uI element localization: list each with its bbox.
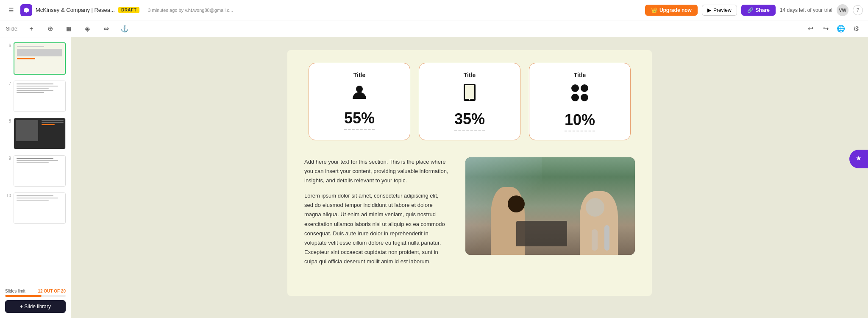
- undo-button[interactable]: ↩: [804, 23, 816, 35]
- slide-thumb-10[interactable]: 10: [3, 191, 67, 226]
- stat-value-2: 35%: [454, 110, 485, 131]
- svg-point-0: [356, 86, 363, 92]
- slide-thumb-6[interactable]: 6: [3, 41, 67, 76]
- slides-limit-count: 12 OUT OF 20: [38, 289, 66, 293]
- svg-point-3: [469, 99, 470, 100]
- draft-badge: DRAFT: [118, 7, 139, 13]
- menu-icon[interactable]: ☰: [5, 4, 17, 16]
- preview-button[interactable]: ▶ Preview: [702, 5, 737, 16]
- person-icon: [319, 84, 400, 104]
- play-icon: ▶: [707, 7, 711, 13]
- content-row: Add here your text for this section. Thi…: [304, 157, 635, 272]
- magic-tool-button[interactable]: ◈: [81, 23, 93, 35]
- slide-label: Slide:: [6, 26, 19, 32]
- help-button[interactable]: ?: [853, 5, 863, 15]
- slides-progress-bar: [5, 295, 66, 297]
- slide-number-6: 6: [5, 43, 11, 48]
- upgrade-button[interactable]: 👑 Upgrade now: [645, 5, 698, 16]
- slide-thumb-9[interactable]: 9: [3, 153, 67, 188]
- share-button[interactable]: 🔗 Share: [741, 5, 776, 16]
- resize-tool-button[interactable]: ⇔: [100, 23, 112, 35]
- slide-number-10: 10: [5, 193, 11, 198]
- slide-number-9: 9: [5, 156, 11, 161]
- tablet-icon: [429, 84, 510, 105]
- slide-canvas: Title 55% Title: [287, 50, 652, 296]
- slides-limit-header: Slides limit 12 OUT OF 20: [5, 289, 66, 293]
- stat-card-2: Title 35%: [419, 63, 520, 140]
- document-title: McKinsey & Company | Resea...: [36, 7, 115, 13]
- slides-limit-label: Slides limit: [5, 289, 25, 293]
- content-text: Add here your text for this section. Thi…: [304, 157, 448, 272]
- navbar-right: 👑 Upgrade now ▶ Preview 🔗 Share 14 days …: [645, 4, 863, 16]
- app-logo: [20, 4, 32, 16]
- slide-thumb-7[interactable]: 7: [3, 79, 67, 114]
- text-paragraph-2: Lorem ipsum dolor sit amet, consectetur …: [304, 191, 448, 266]
- slides-limit-section: Slides limit 12 OUT OF 20 + Slide librar…: [3, 285, 67, 315]
- stat-title-3: Title: [540, 72, 620, 78]
- stat-card-3: Title 10%: [529, 63, 631, 140]
- stat-value-3: 10%: [565, 111, 595, 131]
- image-inner: [465, 157, 635, 255]
- settings-button[interactable]: ⚙: [850, 23, 862, 35]
- svg-rect-2: [465, 85, 474, 99]
- slide-number-8: 8: [5, 119, 11, 123]
- redo-button[interactable]: ↪: [820, 23, 832, 35]
- slide-preview-9: [14, 155, 66, 187]
- svg-point-6: [571, 94, 579, 101]
- fab-button[interactable]: [849, 150, 868, 168]
- svg-point-7: [581, 94, 588, 101]
- stats-row: Title 55% Title: [304, 63, 635, 140]
- share-icon: 🔗: [747, 7, 754, 13]
- slide-preview-8: [14, 118, 66, 149]
- stat-title-1: Title: [319, 72, 400, 78]
- user-avatar[interactable]: VW: [837, 4, 849, 16]
- trial-text: 14 days left of your trial: [780, 7, 832, 13]
- sidebar: 6 7: [0, 37, 71, 318]
- slide-number-7: 7: [5, 81, 11, 86]
- toolbar: Slide: + ⊕ ▦ ◈ ⇔ ⚓ ↩ ↪ 🌐 ⚙: [0, 20, 868, 37]
- stat-card-1: Title 55%: [309, 63, 410, 140]
- add-slide-button[interactable]: +: [25, 23, 37, 35]
- canvas-area[interactable]: Title 55% Title: [71, 37, 868, 318]
- slide-preview-10: [14, 192, 66, 224]
- stat-value-1: 55%: [344, 109, 375, 130]
- slide-preview-6: [14, 42, 66, 75]
- slides-progress-fill: [5, 295, 42, 297]
- toolbar-right: ↩ ↪ 🌐 ⚙: [804, 23, 862, 35]
- slide-thumb-8[interactable]: 8: [3, 116, 67, 151]
- grid-icon: [540, 84, 620, 106]
- pattern-tool-button[interactable]: ▦: [63, 23, 75, 35]
- globe-button[interactable]: 🌐: [835, 23, 847, 35]
- save-status: 3 minutes ago by v.ht.wong88@gmail.c...: [148, 8, 233, 13]
- svg-point-4: [571, 84, 579, 92]
- move-tool-button[interactable]: ⊕: [44, 23, 56, 35]
- main-layout: 6 7: [0, 37, 868, 318]
- crown-icon: 👑: [651, 7, 657, 13]
- slide-preview-7: [14, 81, 66, 112]
- logo-icon: [23, 7, 30, 14]
- anchor-tool-button[interactable]: ⚓: [119, 23, 131, 35]
- svg-point-5: [581, 84, 588, 92]
- navbar: ☰ McKinsey & Company | Resea... DRAFT 3 …: [0, 0, 868, 20]
- stat-title-2: Title: [429, 72, 510, 78]
- slide-library-button[interactable]: + Slide library: [5, 300, 66, 313]
- navbar-left: ☰ McKinsey & Company | Resea... DRAFT 3 …: [5, 4, 642, 16]
- text-paragraph-1: Add here your text for this section. Thi…: [304, 157, 448, 185]
- content-image: [465, 157, 635, 255]
